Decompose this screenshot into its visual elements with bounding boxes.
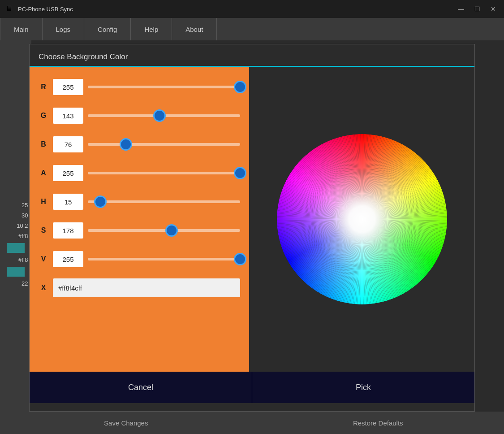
- bg-swatch-0: [7, 243, 25, 253]
- bottom-bar: Save Changes Restore Defaults: [0, 412, 504, 434]
- slider-track-container-s[interactable]: [88, 222, 240, 239]
- dialog-body: R G B: [30, 67, 474, 372]
- bg-sidebar: 25 30 10,2 #ff8 #ff8 22: [0, 40, 31, 434]
- slider-track-g: [88, 114, 240, 117]
- color-wheel-panel: [249, 67, 474, 372]
- slider-thumb-v[interactable]: [234, 253, 246, 265]
- slider-track-container-g[interactable]: [88, 108, 240, 124]
- tab-bar: Main Logs Config Help About: [0, 18, 504, 40]
- color-sliders-panel: R G B: [30, 67, 249, 372]
- slider-track-container-a[interactable]: [88, 165, 240, 181]
- slider-value-v[interactable]: [53, 251, 83, 267]
- slider-thumb-s[interactable]: [165, 224, 178, 237]
- slider-track-r: [88, 86, 240, 88]
- slider-value-s[interactable]: [53, 222, 83, 239]
- dialog-title: Choose Background Color: [30, 44, 474, 66]
- slider-row-v: V: [39, 247, 240, 271]
- slider-row-b: B: [39, 132, 240, 156]
- slider-row-a: A: [39, 161, 240, 185]
- slider-value-b[interactable]: [53, 136, 83, 152]
- slider-thumb-g[interactable]: [153, 109, 166, 122]
- slider-label-v: V: [39, 255, 48, 263]
- slider-label-h: H: [39, 198, 48, 206]
- dialog-footer: Cancel Pick: [30, 372, 474, 403]
- window-controls: — ☐ ✕: [456, 5, 499, 13]
- bg-label-3: #ff8: [4, 233, 28, 239]
- tab-logs[interactable]: Logs: [43, 18, 85, 40]
- app-title: PC-Phone USB Sync: [18, 6, 452, 13]
- bg-swatch-1: [7, 267, 25, 277]
- slider-track-a: [88, 172, 240, 174]
- tab-about[interactable]: About: [172, 18, 217, 40]
- slider-track-container-v[interactable]: [88, 251, 240, 267]
- slider-label-s: S: [39, 226, 48, 234]
- slider-track-v: [88, 258, 240, 260]
- hex-row: X: [39, 276, 240, 300]
- slider-thumb-b[interactable]: [120, 138, 132, 151]
- maximize-button[interactable]: ☐: [472, 5, 482, 13]
- slider-track-container-r[interactable]: [88, 79, 240, 95]
- slider-value-r[interactable]: [53, 79, 83, 95]
- cancel-button[interactable]: Cancel: [30, 372, 252, 403]
- slider-value-h[interactable]: [53, 194, 83, 210]
- slider-label-r: R: [39, 83, 48, 91]
- bg-label-5: 22: [4, 280, 28, 287]
- app-icon: 🖥: [5, 4, 14, 13]
- minimize-button[interactable]: —: [456, 5, 466, 13]
- slider-track-s: [88, 229, 240, 232]
- pick-button[interactable]: Pick: [252, 372, 474, 403]
- slider-label-g: G: [39, 112, 48, 120]
- hex-label: X: [39, 284, 48, 292]
- tab-main[interactable]: Main: [0, 18, 43, 40]
- slider-row-g: G: [39, 104, 240, 128]
- bg-label-2: 10,2: [4, 222, 28, 229]
- save-changes-button[interactable]: Save Changes: [0, 412, 252, 434]
- slider-row-h: H: [39, 190, 240, 214]
- hex-input[interactable]: [53, 278, 240, 297]
- slider-track-h: [88, 200, 240, 203]
- slider-label-a: A: [39, 169, 48, 177]
- slider-thumb-r[interactable]: [234, 81, 246, 93]
- slider-value-a[interactable]: [53, 165, 83, 181]
- restore-defaults-button[interactable]: Restore Defaults: [252, 412, 504, 434]
- slider-track-container-h[interactable]: [88, 194, 240, 210]
- close-button[interactable]: ✕: [488, 5, 499, 13]
- slider-thumb-h[interactable]: [94, 195, 107, 208]
- bg-label-1: 30: [4, 212, 28, 219]
- title-bar: 🖥 PC-Phone USB Sync — ☐ ✕: [0, 0, 504, 18]
- slider-track-container-b[interactable]: [88, 136, 240, 152]
- slider-row-r: R: [39, 75, 240, 99]
- tab-config[interactable]: Config: [84, 18, 131, 40]
- slider-row-s: S: [39, 218, 240, 243]
- slider-label-b: B: [39, 140, 48, 148]
- slider-track-b: [88, 143, 240, 146]
- color-wheel[interactable]: [272, 130, 452, 309]
- bg-label-4: #ff8: [4, 256, 28, 263]
- slider-thumb-a[interactable]: [234, 167, 246, 179]
- tab-help[interactable]: Help: [131, 18, 172, 40]
- bg-label-0: 25: [4, 202, 28, 208]
- slider-value-g[interactable]: [53, 108, 83, 124]
- color-dialog: Choose Background Color R G: [29, 44, 475, 412]
